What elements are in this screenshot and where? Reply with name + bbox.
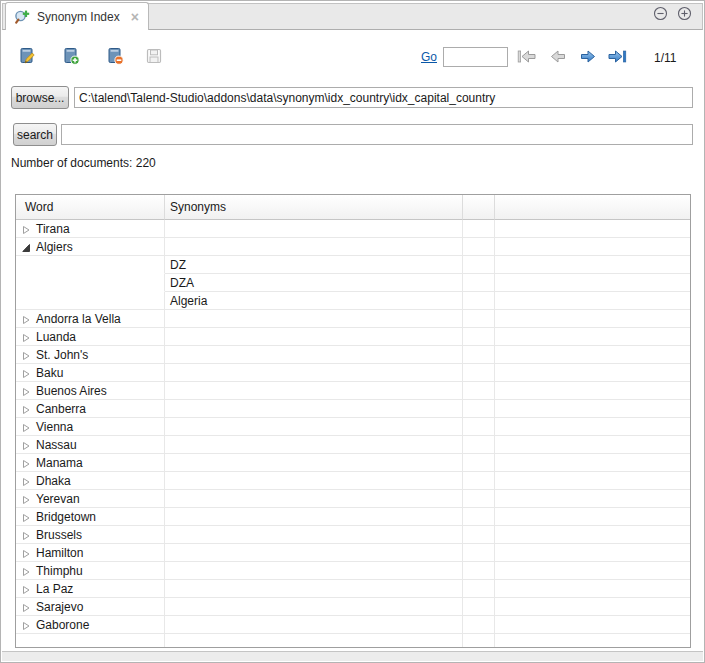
- synonym-cell: [165, 436, 463, 454]
- expand-icon[interactable]: [22, 620, 31, 630]
- extra-cell-2: [495, 400, 690, 418]
- word-cell: Vienna: [16, 418, 165, 436]
- table-row[interactable]: Gaborone: [16, 616, 690, 634]
- column-header-word[interactable]: Word: [16, 195, 165, 220]
- expand-icon[interactable]: [22, 458, 31, 468]
- word-label: Tirana: [36, 222, 70, 236]
- expand-icon[interactable]: [22, 548, 31, 558]
- expand-icon[interactable]: [22, 404, 31, 414]
- expand-icon[interactable]: [22, 422, 31, 432]
- tab-close-icon[interactable]: ×: [131, 10, 139, 24]
- next-page-button[interactable]: [578, 48, 598, 65]
- index-path-input[interactable]: [74, 87, 693, 108]
- expand-icon[interactable]: [22, 368, 31, 378]
- extra-cell-1: [463, 346, 495, 364]
- expand-icon[interactable]: [22, 566, 31, 576]
- document-count-value: 220: [136, 156, 156, 170]
- synonym-label: DZ: [170, 258, 186, 272]
- document-count: Number of documents: 220: [11, 156, 156, 170]
- table-row[interactable]: Thimphu: [16, 562, 690, 580]
- word-label: La Paz: [36, 582, 73, 596]
- extra-cell-1: [463, 220, 495, 238]
- go-page-input[interactable]: [443, 47, 508, 67]
- last-page-button[interactable]: [607, 48, 627, 65]
- extra-cell-2: [495, 436, 690, 454]
- word-cell: Gaborone: [16, 616, 165, 634]
- synonym-cell: [165, 364, 463, 382]
- collapse-icon[interactable]: [22, 242, 31, 252]
- table-row[interactable]: La Paz: [16, 580, 690, 598]
- column-header-empty-2[interactable]: [495, 195, 690, 220]
- expand-icon[interactable]: [22, 476, 31, 486]
- table-row[interactable]: Algeria: [16, 292, 690, 310]
- search-input[interactable]: [61, 124, 693, 145]
- column-header-empty-1[interactable]: [463, 195, 495, 220]
- search-button[interactable]: search: [13, 123, 57, 146]
- expand-icon[interactable]: [22, 602, 31, 612]
- maximize-view-button[interactable]: [677, 6, 692, 21]
- column-header-synonyms[interactable]: Synonyms: [165, 195, 463, 220]
- extra-cell-2: [495, 292, 690, 310]
- table-row[interactable]: Tirana: [16, 220, 690, 238]
- add-document-button[interactable]: [62, 47, 80, 65]
- table-row[interactable]: Buenos Aires: [16, 382, 690, 400]
- synonym-cell: [165, 544, 463, 562]
- extra-cell-1: [463, 274, 495, 292]
- previous-page-button[interactable]: [548, 48, 568, 65]
- word-cell: La Paz: [16, 580, 165, 598]
- go-link[interactable]: Go: [421, 50, 437, 64]
- synonym-label: Algeria: [170, 294, 207, 308]
- extra-cell-1: [463, 580, 495, 598]
- table-row[interactable]: Manama: [16, 454, 690, 472]
- synonym-cell: Algeria: [165, 292, 463, 310]
- extra-cell-1: [463, 526, 495, 544]
- delete-document-button[interactable]: [106, 47, 124, 65]
- synonym-cell: [165, 526, 463, 544]
- synonym-cell: [165, 508, 463, 526]
- table-row[interactable]: DZ: [16, 256, 690, 274]
- window-bottom-strip: [2, 651, 703, 661]
- expand-icon[interactable]: [22, 530, 31, 540]
- expand-icon[interactable]: [22, 512, 31, 522]
- extra-cell-2: [495, 490, 690, 508]
- first-page-button[interactable]: [517, 48, 537, 65]
- expand-icon[interactable]: [22, 224, 31, 234]
- extra-cell-2: [495, 346, 690, 364]
- minimize-view-button[interactable]: [653, 6, 668, 21]
- expand-icon[interactable]: [22, 332, 31, 342]
- word-cell: Sarajevo: [16, 598, 165, 616]
- table-row[interactable]: Luanda: [16, 328, 690, 346]
- expand-icon[interactable]: [22, 314, 31, 324]
- extra-cell-1: [463, 598, 495, 616]
- extra-cell-2: [495, 454, 690, 472]
- expand-icon[interactable]: [22, 494, 31, 504]
- edit-document-button[interactable]: [18, 47, 36, 65]
- expand-icon[interactable]: [22, 440, 31, 450]
- table-row[interactable]: Bridgetown: [16, 508, 690, 526]
- table-row[interactable]: Baku: [16, 364, 690, 382]
- tab-synonym-index[interactable]: Synonym Index ×: [5, 2, 149, 30]
- word-cell: Canberra: [16, 400, 165, 418]
- table-row[interactable]: Yerevan: [16, 490, 690, 508]
- table-row[interactable]: Dhaka: [16, 472, 690, 490]
- expand-icon[interactable]: [22, 350, 31, 360]
- save-button[interactable]: [145, 47, 163, 65]
- extra-cell-2: [495, 310, 690, 328]
- table-row[interactable]: Vienna: [16, 418, 690, 436]
- browse-button[interactable]: browse...: [11, 86, 69, 109]
- extra-cell-2: [495, 598, 690, 616]
- table-row[interactable]: Nassau: [16, 436, 690, 454]
- table-row[interactable]: St. John's: [16, 346, 690, 364]
- table-row[interactable]: Sarajevo: [16, 598, 690, 616]
- expand-icon[interactable]: [22, 584, 31, 594]
- extra-cell-1: [463, 490, 495, 508]
- table-row[interactable]: Canberra: [16, 400, 690, 418]
- extra-cell-2: [495, 472, 690, 490]
- table-row[interactable]: Brussels: [16, 526, 690, 544]
- table-row[interactable]: Andorra la Vella: [16, 310, 690, 328]
- table-row[interactable]: Hamilton: [16, 544, 690, 562]
- word-cell: Luanda: [16, 328, 165, 346]
- expand-icon[interactable]: [22, 386, 31, 396]
- table-row[interactable]: DZA: [16, 274, 690, 292]
- table-row[interactable]: Algiers: [16, 238, 690, 256]
